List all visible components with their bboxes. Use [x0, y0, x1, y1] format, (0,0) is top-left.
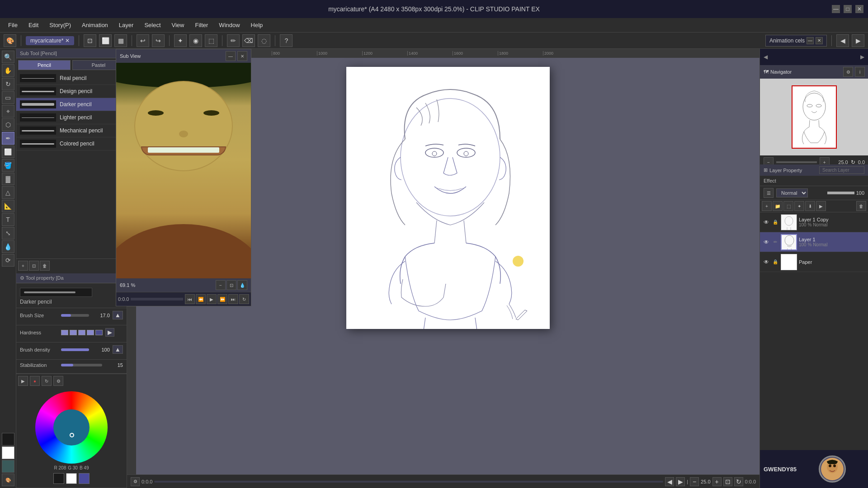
layer-paper-lock[interactable]: 🔒 [772, 258, 779, 266]
hardness-expand[interactable]: ▶ [105, 328, 114, 337]
frame-button[interactable]: ▦ [114, 34, 127, 47]
blend-mode-select[interactable]: Normal [776, 188, 808, 197]
maximize-button[interactable]: □ [844, 5, 852, 13]
tool-hand[interactable]: ✋ [2, 64, 14, 77]
brush-size-slider[interactable] [61, 314, 89, 317]
bucket-button[interactable]: ◉ [189, 34, 202, 47]
color-wheel[interactable] [35, 391, 108, 464]
layer-item-paper[interactable]: 👁 🔒 Paper [760, 252, 868, 272]
menu-story[interactable]: Story(P) [45, 20, 75, 30]
help-btn[interactable]: ? [280, 34, 292, 47]
brush-lighter-pencil[interactable]: Lighter pencil [16, 111, 127, 124]
canvas-prev-frame[interactable]: ◀ [665, 477, 674, 486]
tool-text[interactable]: T [2, 213, 14, 226]
hardness-dot-5[interactable] [95, 330, 103, 335]
add-brush-btn[interactable]: + [18, 261, 28, 271]
tool-fill[interactable]: 🪣 [2, 159, 14, 172]
brush-mechanical-pencil[interactable]: Mechanical pencil [16, 124, 127, 137]
zoom-out-btn[interactable]: − [690, 477, 699, 486]
brush-design-pencil[interactable]: Design pencil [16, 85, 127, 98]
zoom-in-btn[interactable]: + [712, 477, 722, 486]
duplicate-brush-btn[interactable]: ⊡ [29, 261, 39, 271]
tool-clip-studio[interactable]: 🎨 [4, 34, 16, 47]
secondary-color-btn[interactable] [2, 460, 14, 473]
play-btn[interactable]: ▶ [18, 376, 28, 386]
hardness-dot-4[interactable] [87, 330, 94, 335]
layer-effects-btn[interactable]: ✦ [794, 201, 804, 211]
nav-settings[interactable]: ⚙ [843, 67, 853, 77]
layer-copy-vis[interactable]: 👁 [763, 219, 770, 226]
stabilization-slider[interactable] [61, 364, 102, 366]
pen-button[interactable]: ✏ [227, 34, 240, 47]
tool-zoom[interactable]: 🔍 [2, 51, 14, 63]
layer-copy-lock[interactable]: 🔒 [772, 219, 779, 226]
anim-loop[interactable]: ↻ [239, 294, 249, 304]
document-tab[interactable]: mycaricature* ✕ [26, 36, 74, 45]
anim-play[interactable]: ▶ [207, 294, 217, 304]
accent-swatch[interactable] [79, 473, 90, 484]
delete-brush-btn[interactable]: 🗑 [40, 261, 50, 271]
brush-density-slider[interactable] [61, 348, 89, 351]
density-up[interactable]: ▲ [113, 345, 123, 354]
subview-minimize[interactable]: — [226, 51, 236, 61]
anim-cels-minimize[interactable]: — [807, 37, 814, 44]
timeline-scrubber[interactable] [154, 481, 663, 483]
right-collapse-left[interactable]: ◀ [764, 54, 768, 60]
anim-end[interactable]: ⏭ [228, 294, 238, 304]
subview-eyedrop[interactable]: 💧 [237, 280, 247, 290]
magic-button[interactable]: ✦ [174, 34, 187, 47]
fit-view-btn[interactable]: ⊡ [723, 477, 732, 486]
close-button[interactable]: ✕ [855, 5, 863, 13]
layer-item-copy[interactable]: 👁 🔒 Layer 1 Copy 100 % Normal [760, 212, 868, 232]
menu-file[interactable]: File [4, 20, 22, 30]
menu-help[interactable]: Help [246, 20, 268, 30]
layer-options-btn[interactable]: ▶ [816, 201, 826, 211]
anim-rewind[interactable]: ⏮ [185, 294, 195, 304]
rotate-view-btn[interactable]: ↻ [734, 477, 743, 486]
color-wheel-btn[interactable]: 🎨 [2, 474, 14, 486]
tool-select[interactable]: ▭ [2, 91, 14, 104]
tool-rotate[interactable]: ↻ [2, 78, 14, 90]
layer-merge-btn[interactable]: ⬇ [805, 201, 815, 211]
settings-btn[interactable]: ⚙ [53, 376, 63, 386]
brush-colored-pencil[interactable]: Colored pencil [16, 137, 127, 150]
tool-eyedrop[interactable]: 💧 [2, 240, 14, 253]
tool-lasso[interactable]: ⌖ [2, 105, 14, 117]
subview-close[interactable]: ✕ [237, 51, 247, 61]
hardness-dot-1[interactable] [61, 330, 68, 335]
tool-ruler[interactable]: 📐 [2, 200, 14, 212]
redo-button[interactable]: ↪ [152, 34, 165, 47]
delete-layer-btn[interactable]: 🗑 [856, 201, 866, 211]
layer-paper-vis[interactable]: 👁 [763, 258, 770, 266]
tool-blend[interactable]: ⟳ [2, 254, 14, 267]
anim-cels-close[interactable]: ✕ [816, 37, 823, 44]
menu-animation[interactable]: Animation [77, 20, 113, 30]
background-color[interactable] [2, 446, 14, 459]
tool-gradation[interactable]: ▓ [2, 173, 14, 185]
menu-window[interactable]: Window [214, 20, 244, 30]
tool-transform[interactable]: ⤡ [2, 227, 14, 239]
undo-button[interactable]: ↩ [137, 34, 149, 47]
tool-eraser[interactable]: ⬜ [2, 145, 14, 158]
layer-1-lock[interactable]: ✏ [772, 239, 779, 246]
new-mask-btn[interactable]: ⬚ [783, 201, 793, 211]
search-layer-input[interactable] [819, 166, 864, 174]
layer-item-1[interactable]: 👁 ✏ Layer 1 100 % Normal [760, 232, 868, 252]
tab-close[interactable]: ✕ [65, 38, 70, 44]
anim-next[interactable]: ⏩ [217, 294, 227, 304]
right-nav-next[interactable]: ▶ [852, 34, 864, 47]
opacity-slider-track[interactable] [827, 192, 854, 194]
hardness-dot-3[interactable] [78, 330, 85, 335]
brush-darker-pencil[interactable]: Darker pencil [16, 98, 127, 111]
hardness-dot-2[interactable] [70, 330, 77, 335]
record-btn[interactable]: ● [30, 376, 40, 386]
right-nav-prev[interactable]: ◀ [836, 34, 849, 47]
anim-prev[interactable]: ⏪ [196, 294, 206, 304]
tool-polyselect[interactable]: ⬡ [2, 118, 14, 131]
foreground-color[interactable] [2, 433, 14, 446]
refresh-btn[interactable]: ↻ [42, 376, 52, 386]
color-indicator[interactable] [70, 433, 74, 437]
layer-menu-btn[interactable]: ☰ [764, 188, 774, 198]
tab-pencil[interactable]: Pencil [18, 60, 71, 70]
minimize-button[interactable]: — [832, 5, 840, 13]
